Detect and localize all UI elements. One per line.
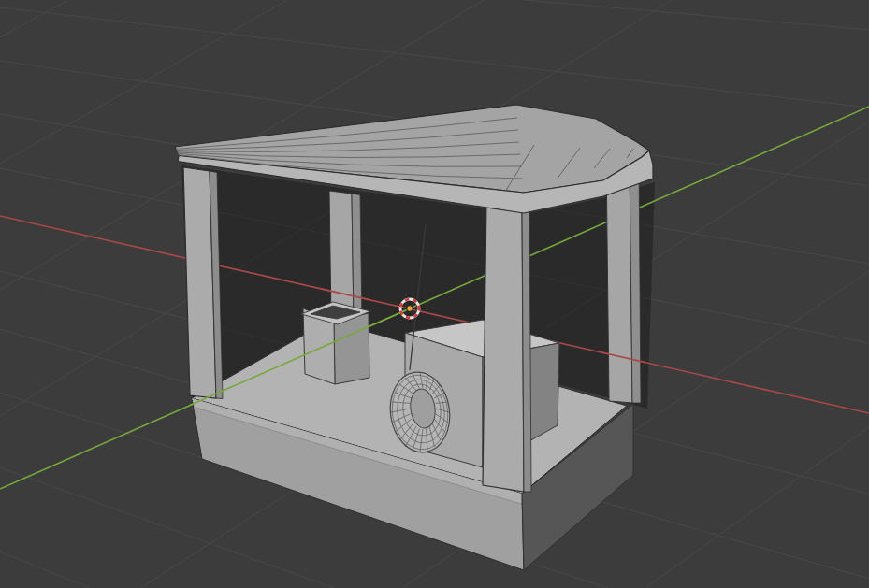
stall-post-back-left-side[interactable] — [352, 194, 362, 322]
3d-cursor-center-dot — [407, 306, 413, 311]
stall-post-front-right[interactable] — [483, 200, 524, 492]
viewport-canvas[interactable] — [0, 0, 869, 588]
stall-post-front-right-side[interactable] — [522, 205, 531, 492]
blender-3d-viewport[interactable] — [0, 0, 869, 588]
